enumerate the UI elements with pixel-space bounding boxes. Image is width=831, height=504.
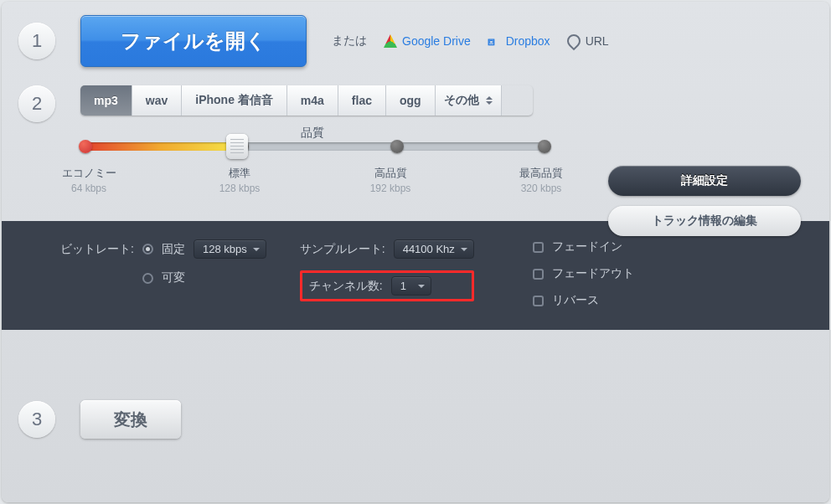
bitrate-variable-label: 可変	[162, 270, 185, 285]
quality-standard-bitrate: 128 kbps	[198, 183, 281, 194]
tab-flac[interactable]: flac	[338, 85, 386, 116]
google-drive-label: Google Drive	[402, 34, 471, 48]
fadeout-checkbox[interactable]	[533, 269, 544, 280]
tab-mp3-label: mp3	[94, 94, 118, 107]
bitrate-select-value: 128 kbps	[203, 243, 247, 255]
quality-high-bitrate: 192 kbps	[348, 183, 432, 194]
samplerate-label: サンプルレート:	[300, 242, 385, 257]
convert-label: 変換	[114, 409, 147, 431]
quality-slider[interactable]	[80, 142, 550, 151]
fadeout-label: フェードアウト	[552, 266, 634, 281]
side-buttons: 詳細設定 トラック情報の編集	[608, 166, 801, 246]
google-drive-link[interactable]: Google Drive	[384, 34, 471, 48]
dropbox-icon: ⧈	[488, 34, 501, 48]
quality-best-label: 最高品質	[499, 166, 583, 181]
tab-iphone-label: iPhone 着信音	[195, 93, 273, 108]
dropbox-link[interactable]: ⧈ Dropbox	[488, 34, 550, 48]
url-icon	[564, 32, 583, 51]
quality-labels: エコノミー 64 kbps 標準 128 kbps 高品質 192 kbps 最…	[80, 166, 550, 194]
quality-high-label: 高品質	[348, 166, 432, 181]
tab-flac-label: flac	[352, 94, 372, 107]
edit-trackinfo-button[interactable]: トラック情報の編集	[608, 206, 801, 236]
tab-iphone[interactable]: iPhone 着信音	[182, 85, 287, 116]
section-1-open-file: 1 ファイルを開く または Google Drive ⧈ Dropbox URL	[2, 2, 829, 77]
bitrate-variable-radio[interactable]	[142, 273, 153, 284]
step-number-1: 1	[18, 23, 55, 59]
channels-highlight: チャンネル数: 1	[300, 270, 474, 301]
tab-wav-label: wav	[146, 94, 168, 107]
tab-ogg[interactable]: ogg	[386, 85, 436, 116]
advanced-settings-label: 詳細設定	[681, 173, 728, 188]
advanced-settings-button[interactable]: 詳細設定	[608, 166, 801, 196]
tab-mp3[interactable]: mp3	[80, 85, 132, 116]
slider-handle[interactable]	[226, 134, 248, 159]
quality-economy-label: エコノミー	[47, 166, 131, 181]
edit-trackinfo-label: トラック情報の編集	[652, 213, 757, 229]
samplerate-select[interactable]: 44100 Khz	[394, 239, 474, 259]
quality-standard-label: 標準	[198, 166, 281, 181]
bitrate-fixed-label: 固定	[162, 242, 185, 257]
slider-tick-economy[interactable]	[79, 140, 92, 153]
reverse-label: リバース	[552, 293, 599, 308]
slider-track	[80, 142, 550, 151]
tab-ogg-label: ogg	[400, 94, 421, 107]
url-label: URL	[586, 34, 609, 48]
slider-tick-high[interactable]	[390, 140, 404, 153]
updown-icon	[486, 93, 493, 108]
url-link[interactable]: URL	[567, 34, 609, 48]
tab-other-label: その他	[444, 93, 479, 108]
tab-other[interactable]: その他	[436, 85, 502, 116]
bitrate-select[interactable]: 128 kbps	[194, 239, 266, 259]
channels-label: チャンネル数:	[309, 279, 383, 294]
open-file-label: ファイルを開く	[121, 28, 266, 54]
step-number-3: 3	[18, 401, 55, 438]
slider-tick-best[interactable]	[538, 140, 551, 153]
convert-button[interactable]: 変換	[80, 400, 181, 439]
fadein-checkbox[interactable]	[533, 242, 544, 253]
bitrate-label: ビットレート:	[54, 242, 134, 257]
quality-title: 品質	[80, 126, 545, 141]
or-label: または	[332, 33, 367, 49]
google-drive-icon	[384, 34, 397, 48]
format-tabs: mp3 wav iPhone 着信音 m4a flac ogg その他	[80, 85, 533, 116]
slider-fill	[80, 142, 240, 151]
quality-best-bitrate: 320 kbps	[499, 183, 583, 194]
section-3-convert: 3 変換	[2, 372, 829, 467]
dropbox-label: Dropbox	[506, 34, 550, 48]
tab-m4a[interactable]: m4a	[287, 85, 338, 116]
quality-economy-bitrate: 64 kbps	[47, 183, 131, 194]
step-number-2: 2	[18, 85, 55, 122]
tab-m4a-label: m4a	[301, 94, 324, 107]
bitrate-fixed-radio[interactable]	[142, 244, 153, 255]
samplerate-select-value: 44100 Khz	[403, 243, 455, 255]
open-file-button[interactable]: ファイルを開く	[80, 15, 307, 67]
reverse-checkbox[interactable]	[533, 296, 544, 306]
channels-select[interactable]: 1	[391, 276, 431, 296]
tab-wav[interactable]: wav	[132, 85, 182, 116]
channels-select-value: 1	[400, 280, 406, 292]
